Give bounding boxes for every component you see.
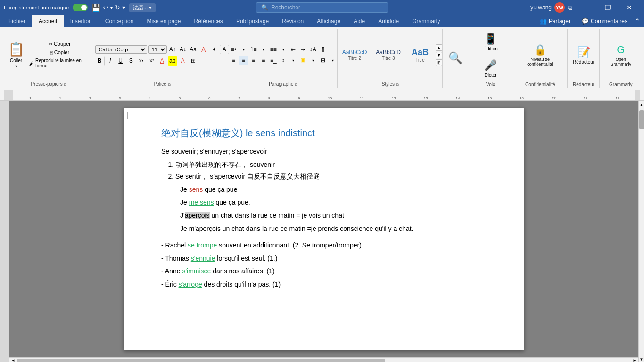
close-button[interactable]: ✕ [619, 0, 640, 15]
show-marks-button[interactable]: ¶ [318, 45, 328, 54]
paste-button[interactable]: 📋 Coller ▾ [6, 40, 26, 70]
tab-publipostage[interactable]: Publipostage [230, 15, 275, 27]
align-right-button[interactable]: ≡ [249, 56, 258, 65]
clipboard-expand-icon[interactable]: ⧉ [64, 82, 66, 87]
tab-grammarly[interactable]: Grammarly [405, 15, 446, 27]
style-titre3[interactable]: AaBbCcD Titre 3 [372, 47, 405, 63]
italic-button[interactable]: I [106, 56, 115, 66]
search-input[interactable] [271, 4, 383, 11]
tab-fichier[interactable]: Fichier [2, 15, 32, 27]
font-color-picker-button[interactable]: A [199, 45, 208, 54]
confidentialite-button[interactable]: 🔒 Niveau de confidentialité [516, 42, 564, 68]
font-size-select[interactable]: 11 [148, 45, 167, 54]
borders-button[interactable]: ⊟ [318, 56, 328, 65]
dicter-button[interactable]: 🎤 Dicter [482, 57, 499, 80]
sort-button[interactable]: ↕A [308, 45, 318, 54]
font-color-button[interactable]: A [157, 56, 167, 66]
example-2: Je me sens que ça pue. [180, 198, 487, 207]
copy-button[interactable]: ⎘ Copier [27, 49, 92, 56]
h-scroll-thumb[interactable] [17, 359, 385, 362]
tab-conception[interactable]: Conception [99, 15, 140, 27]
document-page[interactable]: 绝对自反(模糊意义) le sens indistinct Se souveni… [124, 108, 524, 350]
cut-button[interactable]: ✂ Couper [27, 40, 92, 48]
style-titre2[interactable]: AaBbCcD Titre 2 [339, 47, 371, 63]
share-button[interactable]: 👥 Partager [535, 16, 575, 26]
shading-dropdown-icon[interactable]: ▾ [308, 56, 318, 65]
bullets-dropdown-icon[interactable]: ▾ [239, 45, 248, 54]
scroll-down-icon[interactable]: ▼ [639, 355, 644, 362]
tab-affichage[interactable]: Affichage [310, 15, 347, 27]
edition-button[interactable]: 📱 Édition [481, 30, 500, 54]
font-name-select[interactable]: Calibri (Corp [95, 45, 147, 54]
ribbon-search-button[interactable]: 🔍 [446, 49, 465, 67]
char-shading-button[interactable]: ⊞ [189, 56, 198, 66]
tab-antidote[interactable]: Antidote [372, 15, 405, 27]
autosave-toggle[interactable] [73, 4, 88, 11]
simmisce: s'immisce [182, 267, 211, 275]
h-scroll-track[interactable] [17, 359, 631, 362]
page-main: 绝对自反(模糊意义) le sens indistinct Se souveni… [9, 101, 638, 357]
restore-icon[interactable]: ⧉ [568, 4, 572, 12]
font-clear-button[interactable]: ✦ [209, 45, 219, 54]
align-center-button[interactable]: ≡ [239, 56, 248, 65]
search-box[interactable]: 🔍 [256, 2, 388, 13]
tab-accueil[interactable]: Accueil [32, 15, 64, 27]
strikethrough-button[interactable]: S [126, 56, 136, 66]
font-shrink-button[interactable]: A↓ [178, 45, 188, 54]
undo-dropdown-icon[interactable]: ▾ [110, 5, 113, 10]
decrease-indent-button[interactable]: ⇤ [289, 45, 298, 54]
minimize-button[interactable]: — [575, 0, 597, 15]
comments-button[interactable]: 💬 Commentaires [577, 16, 632, 26]
font-expand-icon[interactable]: ⧉ [168, 82, 171, 87]
bullets-button[interactable]: ≡• [229, 45, 239, 54]
scroll-left-icon[interactable]: ◄ [9, 358, 17, 362]
scroll-thumb[interactable] [639, 110, 644, 129]
borders-dropdown-icon[interactable]: ▾ [328, 56, 338, 65]
scroll-right-icon[interactable]: ► [631, 358, 638, 362]
subscript-button[interactable]: X₂ [137, 56, 146, 66]
justify-low-button[interactable]: ≡_ [269, 56, 278, 65]
multilevel-button[interactable]: ≡≡ [269, 45, 278, 54]
tab-mise-en-page[interactable]: Mise en page [140, 15, 187, 27]
styles-expand-icon[interactable]: ⧉ [396, 82, 399, 87]
highlight-button[interactable]: ab [168, 56, 177, 66]
tab-revision[interactable]: Révision [275, 15, 310, 27]
increase-indent-button[interactable]: ⇥ [298, 45, 308, 54]
text-color-button[interactable]: A [178, 56, 188, 66]
customize-icon[interactable]: ▾ [122, 4, 125, 11]
align-left-button[interactable]: ≡ [229, 56, 239, 65]
ribbon-minimize-icon[interactable]: ⌃ [634, 17, 640, 26]
line-spacing-button[interactable]: ↕ [279, 56, 288, 65]
font-aa-button[interactable]: A [220, 45, 229, 54]
maximize-button[interactable]: ❐ [597, 0, 619, 15]
bold-button[interactable]: B [95, 56, 105, 66]
redo-icon[interactable]: ↻ [115, 4, 120, 11]
tab-insertion[interactable]: Insertion [64, 15, 99, 27]
style-titre[interactable]: AaB Titre [406, 46, 434, 65]
save-icon[interactable]: 💾 [91, 3, 101, 12]
horizontal-scrollbar[interactable]: ◄ ► [9, 357, 638, 362]
line-spacing-dropdown-icon[interactable]: ▾ [289, 56, 298, 65]
language-button[interactable]: 法語... ▾ [129, 3, 156, 12]
justify-button[interactable]: ≡ [259, 56, 268, 65]
shading-button[interactable]: ▣ [298, 56, 308, 65]
underline-button[interactable]: U [116, 56, 125, 66]
styles-scroll-down[interactable]: ▼ [436, 52, 442, 58]
font-grow-button[interactable]: A↑ [168, 45, 177, 54]
tab-aide[interactable]: Aide [347, 15, 372, 27]
scroll-up-icon[interactable]: ▲ [639, 101, 644, 108]
styles-expand[interactable]: ⊞ [436, 59, 442, 66]
styles-scroll-up[interactable]: ▲ [436, 44, 442, 51]
numbering-dropdown-icon[interactable]: ▾ [259, 45, 268, 54]
vertical-scrollbar[interactable]: ▲ ▼ [638, 101, 644, 362]
font-case-button[interactable]: Aa [189, 45, 198, 54]
tab-references[interactable]: Références [188, 15, 230, 27]
open-grammarly-button[interactable]: G Open Grammarly [603, 42, 638, 68]
redacteur-button[interactable]: 📝 Rédacteur [570, 43, 597, 67]
numbering-button[interactable]: 1≡ [249, 45, 258, 54]
format-painter-button[interactable]: 🖌 Reproduire la mise en forme [27, 57, 92, 69]
undo-icon[interactable]: ↩ [103, 4, 108, 11]
paragraph-expand-icon[interactable]: ⧉ [295, 82, 297, 87]
superscript-button[interactable]: X² [147, 56, 157, 66]
multilevel-dropdown-icon[interactable]: ▾ [279, 45, 288, 54]
